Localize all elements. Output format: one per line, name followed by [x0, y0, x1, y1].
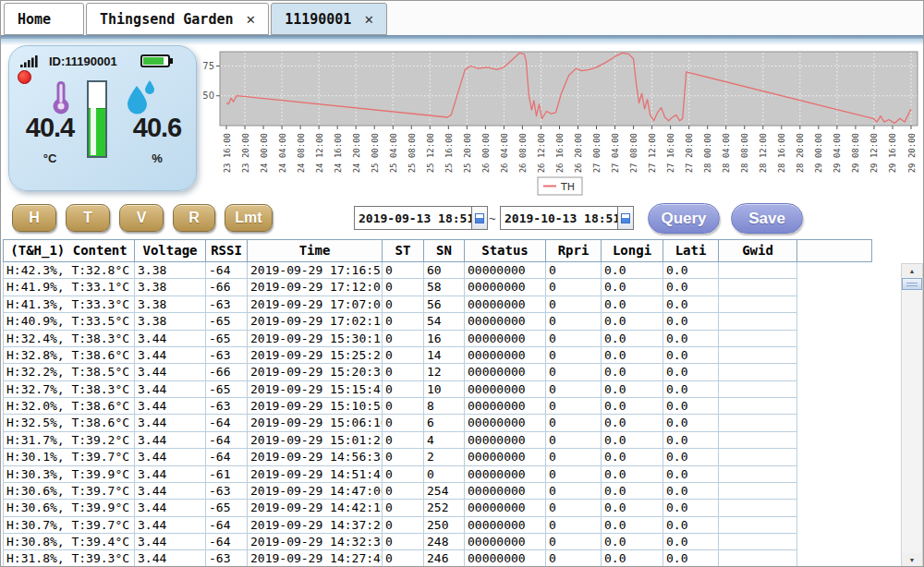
svg-text:24 20:00: 24 20:00 [352, 133, 361, 173]
table-row[interactable]: H:32.2%, T:38.5°C3.44-662019-09-29 15:20… [3, 364, 798, 380]
column-header: Status [465, 240, 546, 261]
table-cell: 2019-09-29 15:25:23 [248, 347, 383, 364]
table-row[interactable]: H:31.8%, T:39.3°C3.44-632019-09-29 14:27… [3, 550, 798, 567]
table-row[interactable]: H:32.8%, T:38.6°C3.44-632019-09-29 15:25… [3, 347, 798, 364]
table-cell: 0 [546, 449, 602, 465]
svg-text:28 08:00: 28 08:00 [740, 133, 749, 173]
date-to-picker-button[interactable] [618, 206, 634, 230]
table-cell: H:32.2%, T:38.5°C [3, 364, 135, 380]
svg-text:29 20:00: 29 20:00 [907, 133, 917, 173]
sensor-card: ID:11190001 40.4 40.6 °C % [8, 45, 197, 191]
table-row[interactable]: H:31.7%, T:39.2°C3.44-642019-09-29 15:01… [3, 432, 798, 449]
table-scrollbar[interactable]: ▲ ▼ [901, 263, 923, 567]
svg-text:29 08:00: 29 08:00 [851, 133, 860, 173]
table-cell: 0 [546, 415, 602, 431]
table-cell [719, 398, 797, 415]
table-cell: 2019-09-29 15:15:47 [248, 381, 383, 398]
table-cell: 00000000 [465, 398, 546, 415]
filter-button-v[interactable]: V [119, 204, 164, 232]
table-cell: 3.44 [135, 415, 206, 431]
table-cell: 2019-09-29 14:47:00 [248, 483, 383, 500]
table-cell: 0.0 [602, 364, 663, 380]
table-cell: 0 [546, 398, 602, 415]
table-cell: 14 [424, 347, 465, 364]
table-cell: 0.0 [663, 415, 719, 431]
table-cell: H:40.9%, T:33.5°C [3, 313, 135, 330]
table-row[interactable]: H:30.6%, T:39.7°C3.44-632019-09-29 14:47… [3, 483, 798, 500]
table-row[interactable]: H:30.8%, T:39.4°C3.44-642019-09-29 14:32… [3, 534, 798, 550]
table-row[interactable]: H:40.9%, T:33.5°C3.38-652019-09-29 17:02… [3, 313, 798, 330]
table-cell: 248 [424, 534, 465, 550]
scroll-up-icon[interactable]: ▲ [902, 264, 922, 277]
table-cell: 252 [424, 500, 465, 516]
date-from-picker-button[interactable] [472, 206, 488, 230]
table-header-row: (T&H_1) ContentVoltageRSSITimeSTSNStatus… [3, 239, 872, 262]
table-cell: 0.0 [663, 347, 719, 364]
table-cell: 0 [546, 432, 602, 449]
table-cell: 2019-09-29 14:56:35 [248, 449, 383, 465]
table-cell: 0.0 [602, 313, 663, 330]
svg-text:24 04:00: 24 04:00 [278, 133, 287, 173]
date-to-input[interactable] [500, 206, 618, 230]
table-cell: -65 [206, 381, 248, 398]
table-cell: 0.0 [663, 550, 719, 567]
table-row[interactable]: H:41.9%, T:33.1°C3.38-662019-09-29 17:12… [3, 279, 798, 296]
table-row[interactable]: H:30.7%, T:39.7°C3.44-642019-09-29 14:37… [3, 517, 798, 534]
table-cell: 0 [383, 364, 424, 380]
date-from-group [354, 206, 488, 230]
filter-button-group: HTVRLmt [12, 204, 273, 232]
table-cell: H:30.7%, T:39.7°C [3, 517, 135, 534]
table-row[interactable]: H:32.7%, T:38.3°C3.44-652019-09-29 15:15… [3, 381, 798, 398]
column-header: Gwid [719, 240, 797, 261]
date-from-input[interactable] [354, 206, 472, 230]
calendar-icon [621, 213, 630, 223]
tab-home[interactable]: Home [4, 3, 84, 35]
table-cell: -63 [206, 296, 248, 313]
scroll-down-icon[interactable]: ▼ [902, 553, 922, 566]
save-button[interactable]: Save [731, 203, 803, 234]
table-cell [719, 483, 797, 500]
filter-button-r[interactable]: R [173, 204, 215, 232]
scrollbar-thumb[interactable] [902, 278, 922, 290]
filter-button-t[interactable]: T [66, 204, 110, 232]
table-row[interactable]: H:32.5%, T:38.6°C3.44-642019-09-29 15:06… [3, 415, 798, 431]
table-row[interactable]: H:32.4%, T:38.3°C3.44-652019-09-29 15:30… [3, 331, 798, 347]
table-cell: 0.0 [663, 449, 719, 465]
table-cell: 0 [546, 347, 602, 364]
column-header: (T&H_1) Content [3, 240, 135, 261]
chart-legend: TH [538, 177, 582, 195]
app-window: HomeThingsend Garden✕11190001✕ ID:111900… [0, 0, 924, 567]
table-cell: 00000000 [465, 381, 546, 398]
table-cell [719, 279, 797, 296]
table-cell [719, 449, 797, 465]
table-cell: -64 [206, 534, 248, 550]
table-cell: 0 [383, 466, 424, 483]
table-cell: -65 [206, 500, 248, 516]
tab-close-icon[interactable]: ✕ [247, 10, 256, 28]
svg-text:28 04:00: 28 04:00 [722, 133, 731, 173]
table-row[interactable]: H:30.1%, T:39.7°C3.44-642019-09-29 14:56… [3, 449, 798, 465]
tab-thingsend-garden[interactable]: Thingsend Garden✕ [86, 3, 269, 35]
table-row[interactable]: H:41.3%, T:33.3°C3.38-632019-09-29 17:07… [3, 296, 798, 313]
tab-close-icon[interactable]: ✕ [364, 10, 373, 28]
filter-button-h[interactable]: H [12, 204, 56, 232]
table-cell: 0.0 [663, 517, 719, 534]
table-cell: 3.44 [135, 550, 206, 567]
humidity-unit: % [117, 151, 197, 165]
water-drop-icon [124, 79, 157, 116]
table-row[interactable]: H:30.6%, T:39.9°C3.44-652019-09-29 14:42… [3, 500, 798, 516]
tab-11190001[interactable]: 11190001✕ [271, 3, 387, 35]
table-row[interactable]: H:32.0%, T:38.6°C3.44-632019-09-29 15:10… [3, 398, 798, 415]
table-cell [719, 381, 797, 398]
table-cell: 2019-09-29 14:27:49 [248, 550, 383, 567]
table-cell [719, 500, 797, 516]
table-row[interactable]: H:30.3%, T:39.9°C3.44-612019-09-29 14:51… [3, 466, 798, 483]
temperature-unit: °C [10, 151, 90, 165]
table-cell: 3.44 [135, 500, 206, 516]
table-cell: 00000000 [465, 466, 546, 483]
table-cell: 2019-09-29 14:32:37 [248, 534, 383, 550]
filter-button-lmt[interactable]: Lmt [225, 204, 273, 232]
query-button[interactable]: Query [648, 203, 720, 234]
table-cell: H:30.1%, T:39.7°C [3, 449, 135, 465]
table-row[interactable]: H:42.3%, T:32.8°C3.38-642019-09-29 17:16… [3, 262, 798, 279]
